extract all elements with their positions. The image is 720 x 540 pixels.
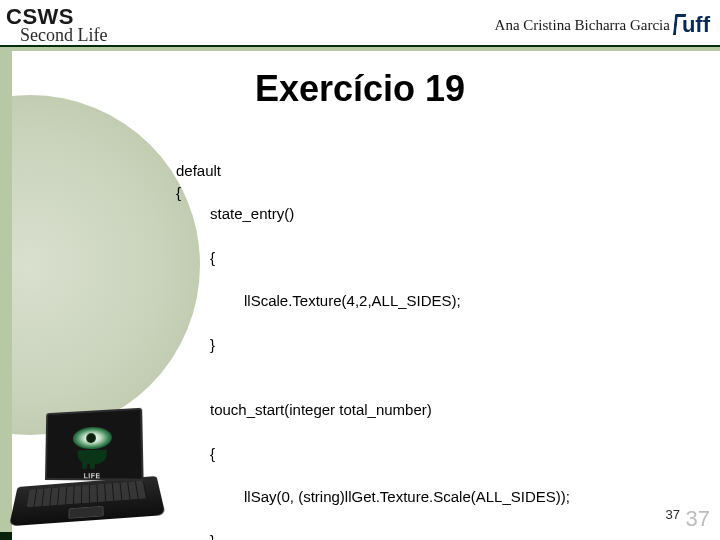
side-accent-foot — [0, 532, 12, 540]
code-line: { — [176, 247, 570, 269]
code-line: llScale.Texture(4,2,ALL_SIDES); — [176, 290, 570, 312]
laptop-graphic: LIFE — [6, 410, 166, 530]
code-line: } — [176, 530, 570, 541]
uff-logo: uff — [676, 12, 710, 38]
laptop-screen: LIFE — [45, 408, 144, 481]
code-blank — [176, 379, 180, 396]
hand-icon — [78, 450, 107, 464]
logo-secondlife: Second Life — [20, 26, 107, 44]
code-line: } — [176, 334, 570, 356]
logo-left: CSWS Second Life — [6, 6, 107, 44]
code-line: { — [176, 443, 570, 465]
laptop-keys — [27, 481, 147, 507]
header-bar: CSWS Second Life Ana Cristina Bicharra G… — [0, 0, 720, 48]
page-number: 37 — [666, 507, 680, 522]
code-block: default { state_entry() { llScale.Textur… — [176, 138, 570, 540]
eye-icon — [73, 426, 112, 449]
code-line: llSay(0, (string)llGet.Texture.Scale(ALL… — [176, 486, 570, 508]
secondlife-icon: LIFE — [73, 424, 112, 465]
secondlife-badge-text: LIFE — [73, 472, 112, 479]
code-line: state_entry() — [176, 203, 570, 225]
page-number-shadow: 37 — [686, 506, 710, 532]
header-right: Ana Cristina Bicharra Garcia uff — [495, 12, 710, 38]
code-line: touch_start(integer total_number) — [176, 399, 570, 421]
decorative-circle — [0, 95, 200, 435]
code-line: { — [176, 184, 181, 201]
slide-title: Exercício 19 — [0, 68, 720, 110]
laptop-trackpad — [68, 506, 104, 519]
author-name: Ana Cristina Bicharra Garcia — [495, 17, 670, 34]
code-line: default — [176, 162, 221, 179]
laptop-base — [9, 476, 166, 526]
